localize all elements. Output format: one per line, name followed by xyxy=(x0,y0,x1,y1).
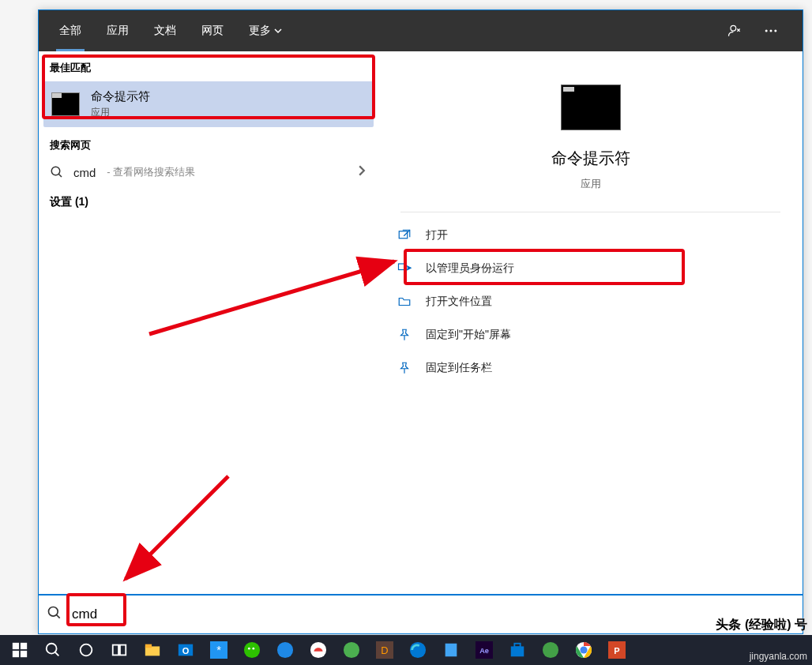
svg-point-32 xyxy=(277,642,293,658)
pin-start-icon xyxy=(396,326,413,344)
action-pin-to-taskbar-label: 固定到任务栏 xyxy=(426,361,492,375)
search-bar[interactable] xyxy=(39,594,803,633)
chevron-right-icon xyxy=(356,165,367,179)
action-pin-to-start-label: 固定到"开始"屏幕 xyxy=(426,328,511,342)
svg-point-10 xyxy=(49,607,58,617)
svg-text:Ae: Ae xyxy=(479,647,489,655)
svg-point-3 xyxy=(774,30,776,32)
taskbar: O * D Ae P xyxy=(0,635,812,665)
microsoft-store-icon[interactable] xyxy=(501,635,534,665)
tab-all[interactable]: 全部 xyxy=(47,10,94,51)
search-panel: 全部 应用 文档 网页 更多 最佳匹配 命令提示符 应用 xyxy=(38,9,803,634)
app-icon-5[interactable] xyxy=(434,635,468,665)
svg-text:P: P xyxy=(614,646,619,656)
file-explorer-icon[interactable] xyxy=(136,635,169,665)
results-list: 最佳匹配 命令提示符 应用 搜索网页 cmd - 查看网络搜索结果 设置 (1) xyxy=(39,51,378,594)
svg-rect-38 xyxy=(445,644,457,657)
after-effects-icon[interactable]: Ae xyxy=(468,635,501,665)
best-match-item[interactable]: 命令提示符 应用 xyxy=(43,81,374,127)
svg-point-29 xyxy=(244,642,260,658)
svg-rect-24 xyxy=(145,644,152,648)
settings-header[interactable]: 设置 (1) xyxy=(39,187,378,217)
search-input[interactable] xyxy=(70,603,795,626)
search-web-header: 搜索网页 xyxy=(39,129,378,157)
app-icon-1[interactable]: * xyxy=(202,635,235,665)
search-icon xyxy=(47,605,62,624)
chevron-down-icon xyxy=(274,27,282,35)
app-title: 命令提示符 xyxy=(551,148,630,169)
svg-rect-7 xyxy=(399,264,406,270)
svg-rect-41 xyxy=(511,646,524,656)
cmd-thumbnail-icon xyxy=(51,92,80,116)
svg-rect-21 xyxy=(113,645,118,656)
taskbar-search-button[interactable] xyxy=(36,635,70,665)
svg-line-11 xyxy=(57,615,60,618)
action-run-as-admin[interactable]: 以管理员身份运行 xyxy=(393,252,788,285)
pin-taskbar-icon xyxy=(396,359,413,377)
task-view-button[interactable] xyxy=(103,635,136,665)
action-run-as-admin-label: 以管理员身份运行 xyxy=(426,261,514,276)
shield-run-icon xyxy=(396,260,413,277)
best-match-header: 最佳匹配 xyxy=(39,51,378,80)
svg-text:*: * xyxy=(216,644,221,656)
svg-point-43 xyxy=(543,642,558,658)
search-tabs: 全部 应用 文档 网页 更多 xyxy=(39,10,803,51)
app-icon-3[interactable] xyxy=(335,635,368,665)
tab-docs-label: 文档 xyxy=(154,24,176,38)
app-icon-4[interactable]: D xyxy=(368,635,401,665)
edge-icon[interactable] xyxy=(401,635,434,665)
baidu-netdisk-icon[interactable] xyxy=(302,635,335,665)
tab-all-label: 全部 xyxy=(59,24,81,38)
best-match-title: 命令提示符 xyxy=(91,89,150,104)
svg-rect-22 xyxy=(120,645,126,656)
tab-docs[interactable]: 文档 xyxy=(141,10,189,51)
tab-more[interactable]: 更多 xyxy=(236,10,295,51)
svg-point-30 xyxy=(248,648,250,650)
folder-location-icon xyxy=(396,293,413,310)
watermark-badge: 头条 (经验啦) 号 xyxy=(716,617,807,633)
watermark-url: jingyanla.com xyxy=(750,651,807,662)
svg-rect-42 xyxy=(514,644,520,648)
svg-rect-17 xyxy=(21,651,27,657)
svg-rect-6 xyxy=(399,231,408,239)
action-open-file-location[interactable]: 打开文件位置 xyxy=(393,285,788,318)
action-open-label: 打开 xyxy=(426,228,448,242)
open-icon xyxy=(396,227,413,244)
action-pin-to-start[interactable]: 固定到"开始"屏幕 xyxy=(393,318,788,351)
powerpoint-icon[interactable]: P xyxy=(600,635,633,665)
action-pin-to-taskbar[interactable]: 固定到任务栏 xyxy=(393,351,788,385)
action-open[interactable]: 打开 xyxy=(393,219,788,252)
svg-text:O: O xyxy=(182,646,190,656)
outlook-icon[interactable]: O xyxy=(169,635,202,665)
svg-point-34 xyxy=(344,642,359,658)
start-button[interactable] xyxy=(3,635,36,665)
app-icon-2[interactable] xyxy=(269,635,302,665)
more-options-icon[interactable] xyxy=(757,17,785,45)
tab-apps-label: 应用 xyxy=(107,24,129,38)
tab-web-label: 网页 xyxy=(201,24,224,38)
feedback-icon[interactable] xyxy=(720,17,749,45)
svg-point-2 xyxy=(770,30,773,32)
wechat-icon[interactable] xyxy=(235,635,269,665)
search-icon xyxy=(50,165,64,179)
web-search-hint: - 查看网络搜索结果 xyxy=(107,165,195,179)
tab-more-label: 更多 xyxy=(249,24,271,38)
best-match-subtitle: 应用 xyxy=(91,106,150,119)
web-search-query: cmd xyxy=(73,166,96,179)
web-search-item[interactable]: cmd - 查看网络搜索结果 xyxy=(39,157,378,187)
app-icon-6[interactable] xyxy=(534,635,567,665)
svg-point-31 xyxy=(252,648,254,650)
svg-line-19 xyxy=(55,652,59,656)
svg-rect-14 xyxy=(13,643,19,649)
app-subtitle: 应用 xyxy=(581,177,601,191)
chrome-icon[interactable] xyxy=(567,635,600,665)
action-open-file-location-label: 打开文件位置 xyxy=(426,295,492,309)
svg-point-1 xyxy=(765,30,768,32)
tab-web[interactable]: 网页 xyxy=(189,10,236,51)
svg-rect-15 xyxy=(21,643,27,649)
svg-point-45 xyxy=(580,646,587,653)
cortana-button[interactable] xyxy=(70,635,103,665)
svg-point-4 xyxy=(51,167,60,175)
tab-apps[interactable]: 应用 xyxy=(94,10,141,51)
svg-text:D: D xyxy=(381,644,388,656)
